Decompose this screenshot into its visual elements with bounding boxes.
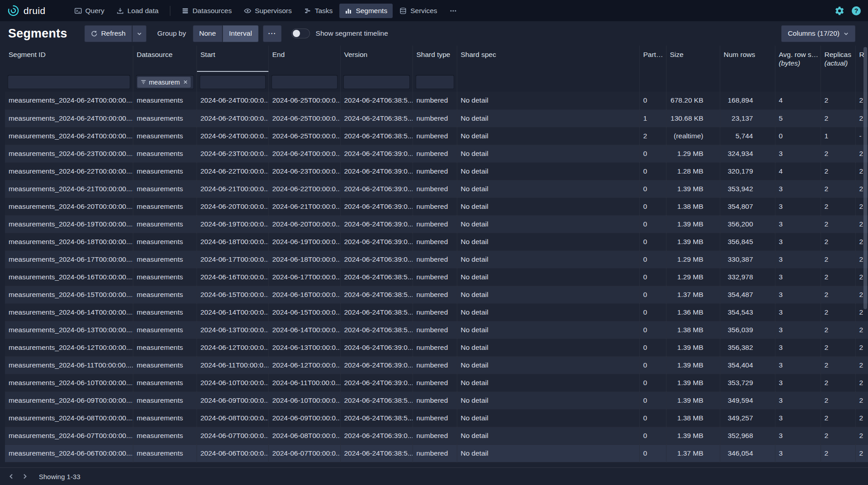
cell-partition[interactable]: 0 <box>639 198 666 215</box>
cell-version[interactable]: 2024-06-24T06:38:5... <box>340 109 413 127</box>
cell-shard-spec[interactable]: No detail <box>457 215 639 233</box>
cell-avg-row-size[interactable]: 0 <box>775 127 821 145</box>
cell-replicated[interactable]: 2 <box>855 374 868 391</box>
cell-segment-id[interactable]: measurements_2024-06-24T00:00:00.... <box>5 109 133 127</box>
column-header-shard-type[interactable]: Shard type <box>413 46 457 72</box>
cell-start[interactable]: 2024-06-22T00:00:0... <box>197 162 268 180</box>
cell-version[interactable]: 2024-06-24T06:38:5... <box>340 321 413 339</box>
cell-shard-spec[interactable]: No detail <box>457 374 639 391</box>
column-header-partition[interactable]: Partition <box>639 46 666 72</box>
nav-item-supervisors[interactable]: Supervisors <box>239 4 297 18</box>
group-by-none-button[interactable]: None <box>193 25 222 42</box>
cell-num-rows[interactable]: 356,382 <box>720 339 775 356</box>
cell-size[interactable]: 130.68 KB <box>666 109 720 127</box>
cell-end[interactable]: 2024-06-23T00:00:0... <box>268 162 340 180</box>
cell-version[interactable]: 2024-06-24T06:39:0... <box>340 427 413 444</box>
cell-shard-spec[interactable]: No detail <box>457 391 639 409</box>
column-header-end[interactable]: End <box>268 46 340 72</box>
cell-replicated[interactable]: 2 <box>855 409 868 427</box>
cell-avg-row-size[interactable]: 3 <box>775 145 821 162</box>
cell-start[interactable]: 2024-06-24T00:00:0... <box>197 109 268 127</box>
cell-partition[interactable]: 2 <box>639 127 666 145</box>
cell-num-rows[interactable]: 324,934 <box>720 145 775 162</box>
cell-num-rows[interactable]: 354,543 <box>720 303 775 321</box>
cell-size[interactable]: 1.36 MB <box>666 303 720 321</box>
cell-version[interactable]: 2024-06-24T06:39:0... <box>340 162 413 180</box>
filter-input-start[interactable] <box>200 75 266 89</box>
cell-version[interactable]: 2024-06-24T06:38:5... <box>340 444 413 462</box>
cell-version[interactable]: 2024-06-24T06:39:0... <box>340 198 413 215</box>
cell-replicas[interactable]: 2 <box>821 109 855 127</box>
cell-avg-row-size[interactable]: 3 <box>775 427 821 444</box>
cell-partition[interactable]: 0 <box>639 92 666 109</box>
cell-size[interactable]: 1.29 MB <box>666 268 720 286</box>
cell-num-rows[interactable]: 5,744 <box>720 127 775 145</box>
cell-version[interactable]: 2024-06-24T06:38:5... <box>340 303 413 321</box>
cell-avg-row-size[interactable]: 3 <box>775 409 821 427</box>
cell-shard-spec[interactable]: No detail <box>457 145 639 162</box>
cell-version[interactable]: 2024-06-24T06:38:5... <box>340 391 413 409</box>
cell-end[interactable]: 2024-06-25T00:00:0... <box>268 127 340 145</box>
cell-replicas[interactable]: 2 <box>821 250 855 268</box>
more-actions-button[interactable]: ⋯ <box>263 25 282 42</box>
cell-end[interactable]: 2024-06-24T00:00:0... <box>268 145 340 162</box>
cell-segment-id[interactable]: measurements_2024-06-06T00:00:00.... <box>5 444 133 462</box>
cell-end[interactable]: 2024-06-10T00:00:0... <box>268 391 340 409</box>
cell-partition[interactable]: 0 <box>639 374 666 391</box>
cell-num-rows[interactable]: 353,942 <box>720 180 775 198</box>
cell-version[interactable]: 2024-06-24T06:39:0... <box>340 374 413 391</box>
cell-shard-spec[interactable]: No detail <box>457 356 639 374</box>
cell-partition[interactable]: 0 <box>639 180 666 198</box>
cell-num-rows[interactable]: 320,179 <box>720 162 775 180</box>
cell-segment-id[interactable]: measurements_2024-06-22T00:00:00.... <box>5 162 133 180</box>
cell-replicas[interactable]: 2 <box>821 268 855 286</box>
cell-partition[interactable]: 0 <box>639 427 666 444</box>
cell-size[interactable]: 1.39 MB <box>666 356 720 374</box>
cell-segment-id[interactable]: measurements_2024-06-13T00:00:00.... <box>5 321 133 339</box>
cell-segment-id[interactable]: measurements_2024-06-08T00:00:00.... <box>5 409 133 427</box>
cell-datasource[interactable]: measurements <box>133 215 197 233</box>
cell-start[interactable]: 2024-06-11T00:00:0... <box>197 356 268 374</box>
cell-partition[interactable]: 0 <box>639 145 666 162</box>
cell-replicas[interactable]: 2 <box>821 303 855 321</box>
cell-segment-id[interactable]: measurements_2024-06-09T00:00:00.... <box>5 391 133 409</box>
cell-replicas[interactable]: 2 <box>821 286 855 303</box>
cell-size[interactable]: 1.39 MB <box>666 391 720 409</box>
cell-avg-row-size[interactable]: 3 <box>775 198 821 215</box>
cell-replicated[interactable]: 2 <box>855 356 868 374</box>
cell-start[interactable]: 2024-06-12T00:00:0... <box>197 339 268 356</box>
cell-size[interactable]: 1.38 MB <box>666 409 720 427</box>
cell-end[interactable]: 2024-06-19T00:00:0... <box>268 233 340 250</box>
cell-end[interactable]: 2024-06-14T00:00:0... <box>268 321 340 339</box>
columns-picker-button[interactable]: Columns (17/20) <box>781 25 855 42</box>
cell-end[interactable]: 2024-06-17T00:00:0... <box>268 268 340 286</box>
column-header-size[interactable]: Size <box>666 46 720 72</box>
cell-size[interactable]: 1.37 MB <box>666 286 720 303</box>
cell-datasource[interactable]: measurements <box>133 109 197 127</box>
cell-start[interactable]: 2024-06-10T00:00:0... <box>197 374 268 391</box>
cell-size[interactable]: 1.39 MB <box>666 339 720 356</box>
nav-item-more[interactable] <box>444 4 462 18</box>
cell-replicas[interactable]: 2 <box>821 233 855 250</box>
cell-segment-id[interactable]: measurements_2024-06-21T00:00:00.... <box>5 180 133 198</box>
cell-size[interactable]: 1.38 MB <box>666 198 720 215</box>
cell-num-rows[interactable]: 346,054 <box>720 444 775 462</box>
cell-segment-id[interactable]: measurements_2024-06-19T00:00:00.... <box>5 215 133 233</box>
cell-start[interactable]: 2024-06-21T00:00:0... <box>197 180 268 198</box>
cell-avg-row-size[interactable]: 3 <box>775 215 821 233</box>
cell-start[interactable]: 2024-06-06T00:00:0... <box>197 444 268 462</box>
cell-shard-spec[interactable]: No detail <box>457 303 639 321</box>
cell-replicas[interactable]: 2 <box>821 321 855 339</box>
cell-replicas[interactable]: 2 <box>821 162 855 180</box>
cell-shard-spec[interactable]: No detail <box>457 427 639 444</box>
cell-shard-spec[interactable]: No detail <box>457 339 639 356</box>
filter-input-datasource[interactable]: measurem <box>136 75 194 89</box>
cell-size[interactable]: 1.39 MB <box>666 427 720 444</box>
cell-shard-spec[interactable]: No detail <box>457 409 639 427</box>
cell-start[interactable]: 2024-06-13T00:00:0... <box>197 321 268 339</box>
cell-shard-spec[interactable]: No detail <box>457 321 639 339</box>
cell-version[interactable]: 2024-06-24T06:38:5... <box>340 286 413 303</box>
column-header-replicas[interactable]: Replicas(actual) <box>821 46 855 72</box>
cell-shard-type[interactable]: numbered <box>413 198 457 215</box>
cell-datasource[interactable]: measurements <box>133 374 197 391</box>
